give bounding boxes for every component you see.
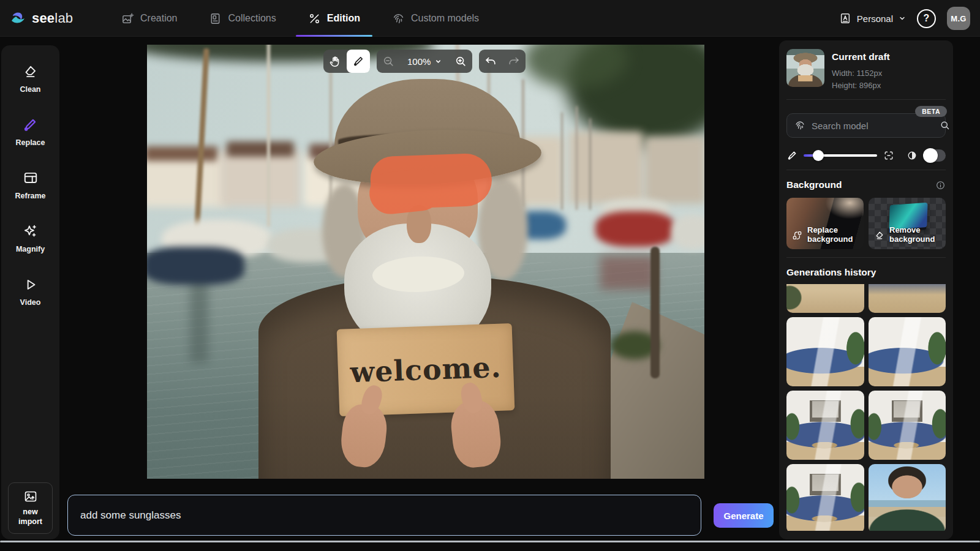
sign-text: welcome. bbox=[350, 351, 502, 389]
play-icon bbox=[23, 277, 39, 293]
workspace-selector[interactable]: Personal bbox=[839, 12, 906, 24]
generate-button[interactable]: Generate bbox=[714, 503, 774, 528]
history-thumbnail[interactable] bbox=[869, 464, 946, 531]
canvas-image[interactable]: welcome. bbox=[147, 45, 704, 479]
collections-icon bbox=[209, 12, 222, 25]
tool-reframe[interactable]: Reframe bbox=[15, 170, 45, 200]
history-group bbox=[479, 50, 526, 73]
divider bbox=[786, 257, 946, 258]
history-thumbnail[interactable] bbox=[869, 284, 946, 313]
history-thumbnail[interactable] bbox=[786, 391, 864, 460]
tool-replace[interactable]: Replace bbox=[16, 117, 45, 147]
tab-edition[interactable]: Edition bbox=[308, 0, 360, 37]
zoom-in-icon bbox=[454, 55, 467, 67]
mask-preview-toggle[interactable] bbox=[924, 149, 946, 162]
divider bbox=[786, 170, 946, 170]
tab-label: Edition bbox=[327, 13, 360, 24]
current-draft-info: Current draft Width: 1152px Height: 896p… bbox=[832, 49, 890, 91]
boat-mast bbox=[589, 118, 591, 210]
avatar-initials: M.G bbox=[951, 14, 966, 23]
redo-icon bbox=[508, 55, 520, 67]
brush-tool-button[interactable] bbox=[347, 50, 370, 73]
fingerprint-icon bbox=[392, 12, 405, 25]
dock-bollard bbox=[650, 247, 660, 378]
tab-label: Creation bbox=[140, 13, 177, 24]
model-search-wrap: BETA bbox=[786, 113, 946, 138]
history-thumbnail[interactable] bbox=[869, 317, 946, 386]
zoom-level-value: 100% bbox=[407, 56, 431, 67]
chevron-down-icon bbox=[899, 15, 906, 22]
history-thumbnail[interactable] bbox=[869, 391, 946, 460]
tab-creation[interactable]: Creation bbox=[121, 0, 177, 37]
history-section-header: Generations history bbox=[786, 267, 946, 278]
left-tool-rail: Clean Replace Reframe bbox=[1, 45, 59, 539]
active-tab-underline bbox=[296, 35, 372, 37]
tool-list: Clean Replace Reframe bbox=[1, 45, 59, 307]
avatar[interactable]: M.G bbox=[947, 7, 970, 30]
current-draft-row: Current draft Width: 1152px Height: 896p… bbox=[786, 49, 946, 91]
tool-mode-group bbox=[323, 50, 370, 73]
tool-label: Clean bbox=[20, 85, 40, 94]
focus-frame-icon[interactable] bbox=[883, 150, 894, 161]
divider bbox=[786, 99, 946, 100]
history-thumbnail[interactable] bbox=[786, 284, 864, 313]
harbor-house bbox=[221, 150, 300, 206]
brush-size-slider[interactable] bbox=[804, 154, 877, 157]
tool-label: Video bbox=[20, 298, 41, 307]
boat-mast bbox=[267, 45, 270, 227]
model-search-input[interactable] bbox=[812, 121, 933, 131]
seelab-logo-icon bbox=[10, 10, 27, 27]
current-draft-thumbnail[interactable] bbox=[786, 49, 824, 87]
white-boat bbox=[671, 215, 704, 249]
harbor-house bbox=[570, 132, 643, 204]
harbor-roof bbox=[227, 141, 294, 157]
history-thumbnail[interactable] bbox=[786, 464, 864, 531]
model-search-box[interactable] bbox=[786, 113, 946, 138]
replace-background-label: Replace background bbox=[807, 226, 854, 244]
toggle-knob[interactable] bbox=[923, 148, 938, 163]
hand-tool-button[interactable] bbox=[323, 50, 347, 73]
card-label-row: Replace background bbox=[792, 226, 854, 244]
tool-magnify[interactable]: Magnify bbox=[16, 223, 45, 253]
tool-label: Replace bbox=[16, 138, 45, 147]
help-icon[interactable]: ? bbox=[917, 9, 936, 28]
generations-history-scroll[interactable] bbox=[786, 284, 946, 531]
tool-video[interactable]: Video bbox=[20, 277, 41, 307]
red-boat-hull bbox=[595, 211, 675, 247]
undo-icon bbox=[484, 55, 497, 67]
info-icon[interactable] bbox=[935, 180, 946, 190]
brand-text: seelab bbox=[32, 10, 73, 26]
tab-collections[interactable]: Collections bbox=[209, 0, 276, 37]
brush-icon bbox=[22, 117, 38, 133]
hand-icon bbox=[329, 55, 341, 67]
zoom-level-dropdown[interactable]: 100% bbox=[400, 56, 449, 67]
prompt-input[interactable] bbox=[67, 495, 701, 536]
search-icon bbox=[940, 120, 951, 131]
current-draft-title: Current draft bbox=[832, 51, 890, 62]
fingerprint-icon bbox=[794, 120, 805, 131]
background-cards: Replace background Remove background bbox=[786, 198, 946, 249]
draft-width: Width: 1152px bbox=[832, 67, 890, 80]
new-import-button[interactable]: new import bbox=[8, 482, 53, 534]
replace-background-card[interactable]: Replace background bbox=[786, 198, 864, 249]
remove-background-card[interactable]: Remove background bbox=[869, 198, 946, 249]
zoom-out-button[interactable] bbox=[377, 50, 400, 73]
zoom-group: 100% bbox=[377, 50, 472, 73]
history-thumbnail[interactable] bbox=[786, 317, 864, 386]
slider-knob[interactable] bbox=[813, 150, 824, 161]
remove-background-label: Remove background bbox=[889, 226, 936, 244]
zoom-in-button[interactable] bbox=[449, 50, 472, 73]
tab-label: Custom models bbox=[411, 13, 479, 24]
redo-button[interactable] bbox=[502, 50, 526, 73]
nav-tabs: Creation Collections Edition bbox=[121, 0, 479, 37]
history-title: Generations history bbox=[786, 267, 876, 278]
undo-button[interactable] bbox=[479, 50, 502, 73]
tool-clean[interactable]: Clean bbox=[20, 64, 40, 94]
card-label-row: Remove background bbox=[874, 226, 936, 244]
man-nose bbox=[407, 205, 431, 243]
seelab-logo[interactable]: seelab bbox=[10, 0, 73, 37]
harbor-roof bbox=[147, 146, 218, 161]
tab-custom-models[interactable]: Custom models bbox=[392, 0, 479, 37]
background-title: Background bbox=[786, 179, 842, 190]
workspace-badge-icon bbox=[839, 12, 851, 24]
